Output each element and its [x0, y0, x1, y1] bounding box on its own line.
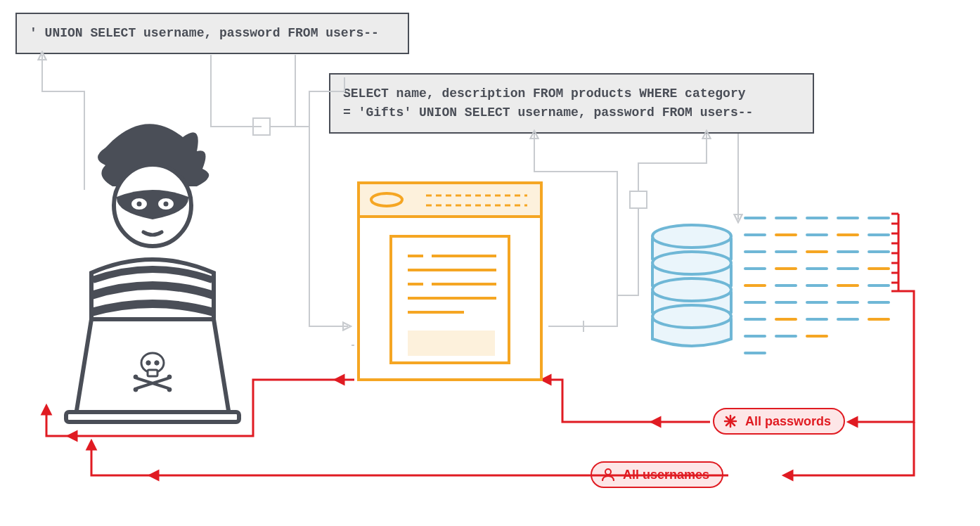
svg-rect-23: [148, 370, 157, 376]
database-icon: [652, 218, 889, 353]
svg-point-47: [652, 252, 731, 274]
svg-point-46: [652, 225, 731, 248]
svg-point-19: [137, 202, 142, 207]
svg-point-29: [167, 375, 172, 379]
database-rows: [745, 218, 889, 353]
svg-rect-45: [408, 331, 495, 356]
svg-point-48: [652, 278, 731, 301]
svg-point-20: [164, 202, 169, 207]
web-form-icon: [359, 183, 541, 380]
svg-rect-21: [66, 412, 239, 422]
attacker-icon: [66, 124, 239, 422]
svg-point-28: [134, 375, 138, 379]
svg-point-49: [652, 305, 731, 328]
svg-point-25: [155, 361, 159, 365]
svg-rect-6: [630, 191, 647, 208]
svg-point-30: [134, 387, 138, 392]
svg-point-24: [146, 361, 150, 365]
svg-point-31: [167, 387, 172, 392]
svg-rect-33: [359, 183, 541, 217]
